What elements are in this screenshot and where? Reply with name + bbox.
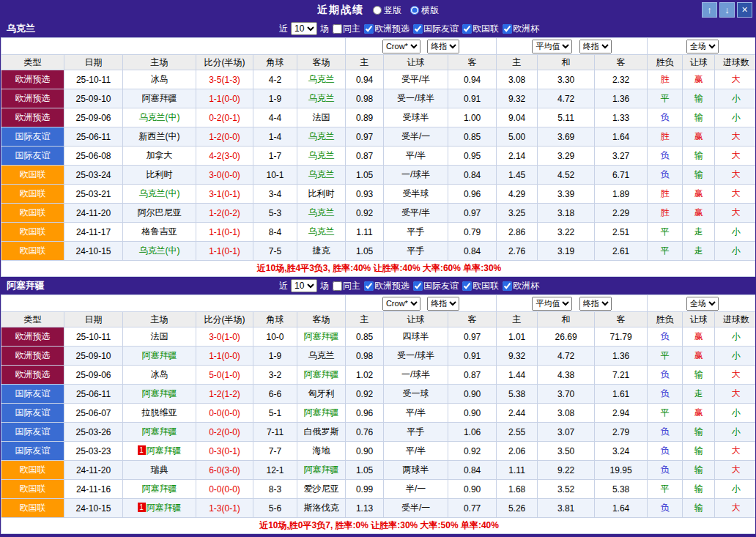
move-down-button[interactable]: ↓ bbox=[719, 2, 735, 18]
cell-asian-handicap: 受平/半 bbox=[384, 70, 448, 89]
recent-count-select[interactable]: 10 bbox=[291, 22, 317, 35]
cell-score: 6-0(3-0) bbox=[196, 461, 253, 480]
col-away: 客场 bbox=[297, 312, 346, 327]
cell-corners: 3-2 bbox=[253, 366, 297, 385]
cell-home-team: 冰岛 bbox=[123, 366, 196, 385]
cell-score: 3-5(1-3) bbox=[196, 70, 253, 89]
cell-corners: 10-1 bbox=[253, 166, 297, 185]
cell-euro-away-odds: 2.61 bbox=[595, 242, 648, 261]
cell-competition: 欧洲预选 bbox=[1, 89, 64, 108]
cell-date: 25-09-10 bbox=[64, 347, 123, 366]
bookmaker-select[interactable]: Crow* bbox=[382, 40, 420, 53]
cell-score: 1-1(0-0) bbox=[196, 347, 253, 366]
competition-checkbox[interactable] bbox=[364, 281, 374, 291]
layout-vertical-option[interactable]: 竖版 bbox=[373, 4, 401, 17]
bookmaker-select[interactable]: Crow* bbox=[382, 297, 420, 311]
cell-euro-home-odds: 3.25 bbox=[497, 204, 538, 223]
competition-checkbox[interactable] bbox=[503, 24, 512, 34]
cell-result-handicap: 走 bbox=[683, 385, 715, 404]
asian-final-select[interactable]: 终指 bbox=[427, 40, 459, 53]
same-away-filter[interactable]: 同主 bbox=[333, 280, 360, 292]
same-home-checkbox[interactable] bbox=[333, 24, 342, 34]
col-handicap: 让球 bbox=[384, 55, 448, 70]
col-home: 主场 bbox=[123, 55, 196, 70]
asian-final-select[interactable]: 终指 bbox=[427, 297, 459, 311]
cell-asian-away-odds: 0.90 bbox=[448, 404, 497, 423]
summary-row: 近10场,胜0平3负7, 胜率:0% 让胜率:30% 大率:50% 单率:40% bbox=[1, 518, 756, 534]
vertical-radio[interactable] bbox=[373, 6, 382, 15]
euro-average-select[interactable]: 平均值 bbox=[532, 297, 572, 311]
col-away: 客场 bbox=[297, 55, 346, 70]
cell-asian-home-odds: 0.98 bbox=[346, 89, 384, 108]
same-home-filter[interactable]: 同主 bbox=[333, 23, 360, 35]
cell-corners: 8-4 bbox=[253, 223, 297, 242]
euro-final-select[interactable]: 终指 bbox=[579, 297, 612, 311]
competition-checkbox[interactable] bbox=[503, 281, 512, 291]
layout-horizontal-option[interactable]: 横版 bbox=[410, 4, 439, 17]
cell-euro-draw-odds: 3.69 bbox=[538, 127, 595, 147]
cell-result-handicap: 赢 bbox=[683, 204, 715, 223]
games-label: 场 bbox=[320, 23, 329, 35]
cell-corners: 3-4 bbox=[253, 185, 297, 204]
competition-checkbox[interactable] bbox=[364, 24, 374, 34]
cell-euro-home-odds: 1.11 bbox=[497, 461, 538, 480]
cell-competition: 国际友谊 bbox=[1, 442, 64, 461]
cell-score: 0-3(0-1) bbox=[196, 442, 253, 461]
competition-filter[interactable]: 欧洲预选 bbox=[364, 23, 410, 35]
red-card-badge: 1 bbox=[138, 445, 146, 455]
competition-filter[interactable]: 欧国联 bbox=[462, 23, 499, 35]
cell-away-team: 匈牙利 bbox=[297, 385, 346, 404]
cell-euro-home-odds: 2.86 bbox=[497, 223, 538, 242]
scope-select[interactable]: 全场 bbox=[686, 40, 719, 53]
cell-result-goals: 大 bbox=[715, 166, 756, 185]
cell-date: 24-10-15 bbox=[64, 242, 123, 261]
col-type: 类型 bbox=[1, 312, 64, 327]
cell-result-goals: 大 bbox=[715, 127, 756, 147]
cell-home-team: 阿尔巴尼亚 bbox=[123, 204, 196, 223]
competition-checkbox[interactable] bbox=[413, 281, 423, 291]
horizontal-radio[interactable] bbox=[410, 6, 419, 15]
scope-select[interactable]: 全场 bbox=[686, 297, 719, 311]
cell-asian-away-odds: 0.85 bbox=[448, 127, 497, 147]
cell-asian-home-odds: 0.85 bbox=[346, 327, 384, 347]
recent-count-select[interactable]: 10 bbox=[291, 279, 317, 292]
cell-corners: 6-6 bbox=[253, 385, 297, 404]
move-up-button[interactable]: ↑ bbox=[702, 2, 717, 18]
cell-asian-handicap: 受半/一 bbox=[384, 499, 448, 518]
col-euro-draw: 和 bbox=[538, 312, 595, 327]
recent-results-window: 近期战绩 竖版 横版 ↑ ↓ × 乌克兰 近 10 场 同主 欧洲预选 国际友谊… bbox=[0, 0, 756, 537]
competition-checkbox[interactable] bbox=[462, 281, 472, 291]
cell-asian-handicap: 四球半 bbox=[384, 327, 448, 347]
match-row: 欧洲预选25-09-10阿塞拜疆1-1(0-0)1-9乌克兰0.98受一/球半0… bbox=[1, 347, 756, 366]
cell-asian-handicap: 一/球半 bbox=[384, 166, 448, 185]
cell-competition: 国际友谊 bbox=[1, 385, 64, 404]
competition-filter[interactable]: 国际友谊 bbox=[413, 280, 459, 292]
cell-asian-handicap: 平/半 bbox=[384, 404, 448, 423]
competition-filter[interactable]: 欧洲杯 bbox=[503, 280, 539, 292]
cell-euro-away-odds: 1.89 bbox=[595, 185, 648, 204]
cell-corners: 1-4 bbox=[253, 127, 297, 147]
cell-away-team: 法国 bbox=[297, 108, 346, 127]
competition-filter[interactable]: 欧洲预选 bbox=[364, 280, 410, 292]
cell-result-goals: 小 bbox=[715, 347, 756, 366]
competition-checkbox[interactable] bbox=[462, 24, 472, 34]
cell-euro-draw-odds: 3.70 bbox=[538, 385, 595, 404]
cell-away-team: 比利时 bbox=[297, 185, 346, 204]
close-button[interactable]: × bbox=[737, 2, 752, 18]
competition-filter[interactable]: 国际友谊 bbox=[413, 23, 459, 35]
competition-checkbox[interactable] bbox=[413, 24, 423, 34]
competition-filter[interactable]: 欧国联 bbox=[462, 280, 499, 292]
competition-filter[interactable]: 欧洲杯 bbox=[503, 23, 539, 35]
cell-away-team: 乌克兰 bbox=[297, 147, 346, 166]
cell-result-wdl: 负 bbox=[648, 166, 683, 185]
cell-score: 4-2(3-0) bbox=[196, 147, 253, 166]
match-row: 国际友谊25-06-07拉脱维亚0-0(0-0)5-1阿塞拜疆0.96平/半0.… bbox=[1, 404, 756, 423]
cell-corners: 5-6 bbox=[253, 499, 297, 518]
cell-euro-home-odds: 2.55 bbox=[497, 423, 538, 442]
euro-average-select[interactable]: 平均值 bbox=[532, 40, 572, 53]
cell-asian-away-odds: 0.97 bbox=[448, 204, 497, 223]
euro-final-select[interactable]: 终指 bbox=[579, 40, 612, 53]
cell-asian-handicap: 平手 bbox=[384, 242, 448, 261]
same-away-checkbox[interactable] bbox=[333, 281, 342, 291]
competition-label: 欧洲预选 bbox=[374, 23, 410, 35]
